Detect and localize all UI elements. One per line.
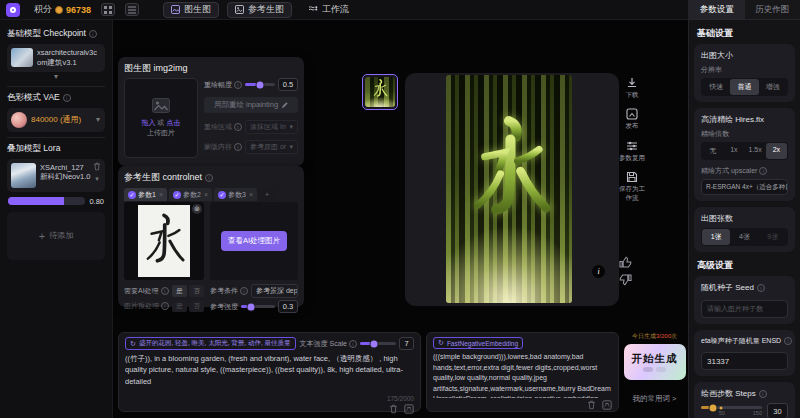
save-workflow-button[interactable]: 保存为工作流 [619,171,645,202]
ref-strength-label: 参考强度 [210,302,238,312]
mode-badge [656,367,666,372]
plus-icon: + [39,230,45,242]
reuse-params-button[interactable]: 参数复用 [619,140,645,162]
negative-prompt-text[interactable]: (((simple background))),lowres,bad anato… [433,352,612,398]
refresh-icon: ↻ [438,339,444,347]
res-option-normal[interactable]: 普通 [730,79,758,95]
img2img-panel-title: 图生图 img2img [124,62,298,75]
trash-icon[interactable] [389,404,398,414]
thumb-down-icon[interactable] [619,274,632,286]
ensd-card: eta噪声种子随机量 ENSDi [694,330,795,377]
res-option-fast[interactable]: 快速 [702,79,730,95]
hires-1x[interactable]: 1x [723,143,744,159]
translate-grid-icon[interactable] [404,404,414,414]
text-scale-value[interactable]: 7 [399,337,414,350]
close-icon[interactable]: × [249,191,253,198]
refresh-icon: ↻ [130,340,136,348]
publish-button[interactable]: 发布 [619,108,645,130]
coin-icon [55,6,63,14]
prompt-preset-chip[interactable]: ↻ 盛开的花园, 轻盈, 唯美, 太阳光, 背景, 动作, 最佳质量 [125,337,296,350]
viewer-toolbar: 下载 发布 参数复用 保存为工作流 [617,77,647,202]
chevron-down-icon[interactable]: ▾ [96,115,100,124]
vae-card[interactable]: 840000 (通用) ▾ [7,108,105,132]
controlnet-tab-1[interactable]: ✓ 参数1× [124,188,167,201]
checkpoint-card[interactable]: xsarchitecturalv3com建筑v3.1 [7,44,105,72]
favorite-words-button[interactable]: 我的常用词 > [633,394,677,404]
image-size-card: 出图大小 分辨率 快速 普通 增强 [694,44,795,102]
negative-embedding-chip[interactable]: ↻ FastNegativeEmbedding [433,337,523,349]
info-icon[interactable]: i [63,94,71,102]
reference-glyph-image [142,210,186,272]
image-settings-icon[interactable]: ⊗ [192,204,202,214]
checkpoint-section-title: 基础模型 Checkpointi [7,28,105,40]
image-info-icon[interactable]: i [592,265,605,278]
vae-thumbnail [11,112,27,128]
batch-4[interactable]: 4张 [730,229,758,245]
ensd-input[interactable] [701,352,788,370]
add-lora-button[interactable]: + 待添加 [7,212,105,260]
seed-input[interactable] [701,300,788,318]
batch-title: 出图张数 [701,213,788,224]
grid-view-button[interactable] [101,3,115,16]
ref-strength-slider[interactable] [241,305,275,308]
view-ai-processed-button[interactable]: 查看AI处理图片 [221,231,287,251]
denoise-slider[interactable] [245,83,275,86]
preprocess-toggle: 是 否 [172,300,204,312]
app-logo-icon[interactable] [6,3,20,17]
controlnet-add-tab-button[interactable]: + [259,188,275,201]
upload-hint: 拖入 或 点击 上传图片 [138,118,185,139]
ref-strength-value[interactable]: 0.3 [278,300,298,313]
trash-icon[interactable] [587,400,596,410]
tab-img2img[interactable]: 图生图 [163,2,219,18]
result-thumbnail-selected[interactable] [362,74,398,110]
download-button[interactable]: 下载 [619,77,645,99]
mask-content-select[interactable]: 参考原图 or▾ [245,140,298,154]
denoise-value[interactable]: 0.5 [278,78,298,91]
chevron-down-icon[interactable]: ▾ [95,175,99,183]
tab-ref-gen[interactable]: 参考生图 [227,2,292,18]
positive-prompt-text[interactable]: ((竹子)), in a blooming garden, (fresh and… [125,353,414,395]
controlnet-reference-image[interactable]: ⊗ [124,202,204,280]
check-circle-icon: ✓ [218,191,226,199]
steps-value[interactable]: 30 [767,403,788,418]
generate-button[interactable]: 开始生成 [624,344,686,380]
image-placeholder-icon [152,98,170,113]
need-ai-process-label: 需要AI处理i [124,286,169,296]
lora-section-title: 叠加模型 Lora [7,143,105,155]
tab-workflow[interactable]: 工作流 [300,2,357,18]
list-view-button[interactable] [125,3,139,16]
text-scale-slider[interactable] [360,342,396,345]
batch-1[interactable]: 1张 [702,229,730,245]
chevron-down-icon[interactable]: ▾ [7,72,105,81]
image-upload-dropzone[interactable]: 拖入 或 点击 上传图片 [124,78,198,158]
trash-icon[interactable] [93,162,101,171]
hires-none[interactable]: 无 [702,143,723,159]
lora-card[interactable]: XSArchi_127新科幻Neov1.0 ▾ [7,159,105,192]
lora-weight-slider[interactable]: 0.80 [8,197,104,206]
controlnet-tab-2[interactable]: ✓ 参数2× [169,188,212,201]
list-view-icon [128,6,136,14]
tab-params[interactable]: 参数设置 [689,0,745,19]
translate-grid-icon[interactable] [602,400,612,410]
close-icon[interactable]: × [204,191,208,198]
close-icon[interactable]: × [159,191,163,198]
repaint-area-select[interactable]: 涂抹区域 In▾ [245,120,298,134]
steps-tick-150: 150 [753,410,762,416]
upscaler-select[interactable]: R-ESRGAN 4x+（适合多种风▾ [701,179,788,195]
seed-card: 随机种子 Seedi [694,276,795,324]
res-option-enhanced[interactable]: 增强 [759,79,787,95]
inpainting-button[interactable]: 局部重绘 inpainting [204,97,298,113]
hires-1-5x[interactable]: 1.5x [745,143,766,159]
need-ai-process-toggle[interactable]: 是 否 [172,285,204,297]
ref-condition-select[interactable]: 参考景深 dept▾ [251,284,298,298]
credits[interactable]: 积分 96738 [34,3,91,16]
pencil-icon [281,102,288,109]
thumb-up-icon[interactable] [619,256,632,268]
positive-char-count: 175/2000 [125,395,414,402]
hires-2x[interactable]: 2x [766,143,787,159]
controlnet-tab-3[interactable]: ✓ 参数3× [214,188,257,201]
tab-history[interactable]: 历史作图 [745,0,800,19]
info-icon[interactable]: i [205,174,213,182]
generated-image[interactable] [446,75,572,303]
info-icon[interactable]: i [89,30,97,38]
